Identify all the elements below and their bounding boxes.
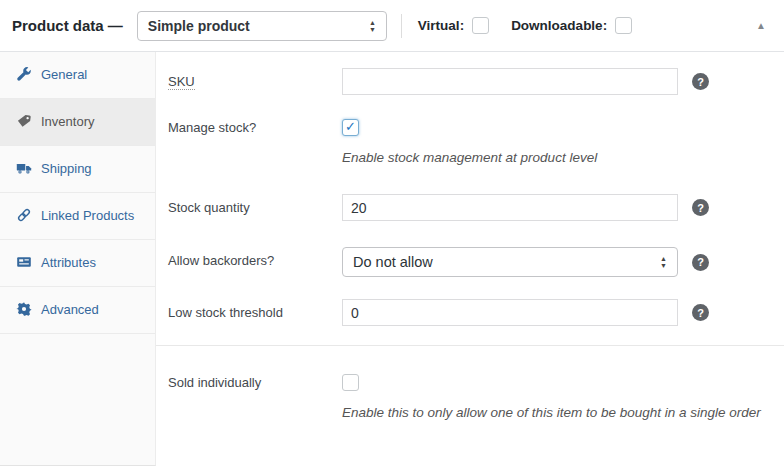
backorders-label: Allow backorders? [168, 247, 342, 277]
virtual-option: Virtual: [418, 17, 489, 34]
low-stock-threshold-input[interactable] [342, 299, 678, 326]
tab-label: Linked Products [41, 208, 134, 223]
inventory-options-group: SKU ? Manage stock? ✓ [156, 52, 784, 345]
help-icon[interactable]: ? [692, 73, 709, 90]
wrench-icon [16, 66, 32, 82]
tab-general[interactable]: General [0, 52, 155, 99]
virtual-checkbox[interactable] [472, 17, 489, 34]
collapse-panel-icon[interactable]: ▲ [752, 16, 770, 35]
sold-individually-row: Sold individually Enable this to only al… [168, 374, 770, 427]
tab-inventory[interactable]: Inventory [0, 99, 155, 146]
stock-quantity-label: Stock quantity [168, 194, 342, 221]
truck-icon [16, 160, 32, 176]
sold-individually-checkbox[interactable] [342, 374, 359, 391]
sku-input[interactable] [342, 68, 678, 95]
backorders-select[interactable]: Do not allow ▲ ▼ [342, 247, 678, 277]
product-type-select[interactable]: Simple product ▲ ▼ [137, 11, 387, 41]
tag-icon [16, 113, 32, 129]
link-icon [16, 207, 32, 223]
low-stock-threshold-label: Low stock threshold [168, 299, 342, 326]
gear-icon [16, 301, 32, 317]
tab-shipping[interactable]: Shipping [0, 146, 155, 193]
tab-label: Advanced [41, 302, 99, 317]
product-type-value: Simple product [148, 18, 250, 34]
low-stock-threshold-row: Low stock threshold ? [168, 299, 770, 326]
panel-title: Product data — [12, 17, 123, 34]
sold-individually-group: Sold individually Enable this to only al… [156, 345, 784, 446]
select-arrows-icon: ▲ ▼ [369, 19, 376, 33]
sku-label: SKU [168, 68, 342, 95]
tab-label: Shipping [41, 161, 92, 176]
stock-quantity-input[interactable] [342, 194, 678, 221]
tab-linked-products[interactable]: Linked Products [0, 193, 155, 240]
manage-stock-checkbox[interactable]: ✓ [342, 119, 359, 136]
sold-individually-description: Enable this to only allow one of this it… [342, 399, 770, 427]
backorders-value: Do not allow [353, 254, 433, 270]
downloadable-label: Downloadable: [511, 18, 607, 33]
sku-row: SKU ? [168, 68, 770, 95]
tab-attributes[interactable]: Attributes [0, 240, 155, 287]
manage-stock-row: Manage stock? ✓ Enable stock management … [168, 119, 770, 168]
card-icon [16, 254, 32, 270]
downloadable-checkbox[interactable] [615, 17, 632, 34]
check-icon: ✓ [345, 120, 356, 133]
inventory-panel: SKU ? Manage stock? ✓ [156, 52, 784, 466]
select-arrows-icon: ▲ ▼ [660, 255, 667, 269]
tab-advanced[interactable]: Advanced [0, 287, 155, 334]
header-divider [401, 14, 402, 38]
help-icon[interactable]: ? [692, 254, 709, 271]
help-icon[interactable]: ? [692, 199, 709, 216]
product-data-metabox: Product data — Simple product ▲ ▼ Virtua… [0, 0, 784, 466]
product-data-header: Product data — Simple product ▲ ▼ Virtua… [0, 0, 784, 52]
product-data-tabs: General Inventory Shipping [0, 52, 156, 466]
help-icon[interactable]: ? [692, 304, 709, 321]
virtual-label: Virtual: [418, 18, 464, 33]
tab-label: Inventory [41, 114, 94, 129]
stock-quantity-row: Stock quantity ? [168, 194, 770, 221]
downloadable-option: Downloadable: [511, 17, 632, 34]
sold-individually-label: Sold individually [168, 374, 342, 427]
tab-label: Attributes [41, 255, 96, 270]
manage-stock-label: Manage stock? [168, 119, 342, 168]
manage-stock-description: Enable stock management at product level [342, 148, 770, 168]
tab-label: General [41, 67, 87, 82]
backorders-row: Allow backorders? Do not allow ▲ ▼ ? [168, 247, 770, 277]
